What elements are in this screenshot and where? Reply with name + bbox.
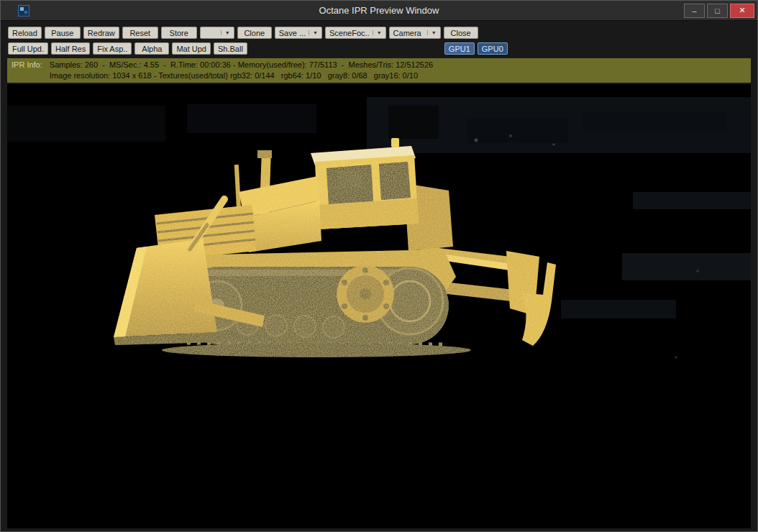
scene-focus-dropdown[interactable]: SceneFoc..▼ [325, 27, 386, 39]
dropdown-arrow-icon: ▼ [373, 30, 382, 35]
reload-button[interactable]: Reload [8, 27, 42, 39]
clone-button[interactable]: Clone [237, 27, 272, 39]
window-controls: – □ ✕ [684, 4, 754, 18]
toolbar-row-2: Full Upd. Half Res Fix Asp.. Alpha Mat U… [8, 42, 750, 55]
shader-ball-button[interactable]: Sh.Ball [214, 42, 247, 55]
app-icon-glyph [19, 6, 29, 16]
titlebar[interactable]: Octane IPR Preview Window – □ ✕ [1, 1, 757, 21]
save-dropdown[interactable]: Save ...▼ [275, 27, 322, 39]
ipr-resolution-line: Image resolution: 1034 x 618 - Textures(… [50, 70, 433, 81]
octane-ipr-window: Octane IPR Preview Window – □ ✕ Reload P… [0, 0, 758, 532]
material-update-button[interactable]: Mat Upd [172, 42, 211, 55]
fix-aspect-button[interactable]: Fix Asp.. [93, 42, 132, 55]
app-icon[interactable] [18, 5, 29, 17]
ipr-info-bar: IPR Info: Samples: 260 - MS/Sec.: 4.55 -… [7, 58, 751, 83]
store-preset-dropdown[interactable]: ▼ [200, 27, 234, 39]
gpu0-toggle-button[interactable]: GPU0 [478, 42, 508, 55]
ipr-info-label: IPR Info: [12, 60, 42, 81]
reset-button[interactable]: Reset [122, 27, 158, 39]
ipr-stats-line: Samples: 260 - MS/Sec.: 4.55 - R.Time: 0… [50, 60, 433, 70]
camera-dropdown[interactable]: Camera▼ [389, 27, 441, 39]
half-res-button[interactable]: Half Res [51, 42, 90, 55]
render-image [7, 84, 751, 528]
store-button[interactable]: Store [161, 27, 197, 39]
redraw-button[interactable]: Redraw [83, 27, 119, 39]
alpha-button[interactable]: Alpha [134, 42, 169, 55]
toolbar-spacer [250, 48, 442, 49]
minimize-button[interactable]: – [684, 4, 705, 18]
pause-button[interactable]: Pause [45, 27, 81, 39]
window-title: Octane IPR Preview Window [1, 5, 757, 16]
gpu1-toggle-button[interactable]: GPU1 [444, 42, 475, 55]
dropdown-arrow-icon: ▼ [427, 30, 437, 35]
full-update-button[interactable]: Full Upd. [8, 42, 48, 55]
close-button[interactable]: Close [444, 27, 478, 39]
toolbar: Reload Pause Redraw Reset Store ▼ Clone … [1, 21, 757, 58]
render-viewport[interactable] [7, 84, 751, 528]
toolbar-row-1: Reload Pause Redraw Reset Store ▼ Clone … [8, 27, 750, 39]
dropdown-arrow-icon: ▼ [309, 30, 318, 35]
ipr-info-lines: Samples: 260 - MS/Sec.: 4.55 - R.Time: 0… [50, 60, 433, 81]
close-window-button[interactable]: ✕ [730, 4, 754, 18]
dropdown-arrow-icon: ▼ [221, 30, 230, 35]
maximize-button[interactable]: □ [707, 4, 728, 18]
